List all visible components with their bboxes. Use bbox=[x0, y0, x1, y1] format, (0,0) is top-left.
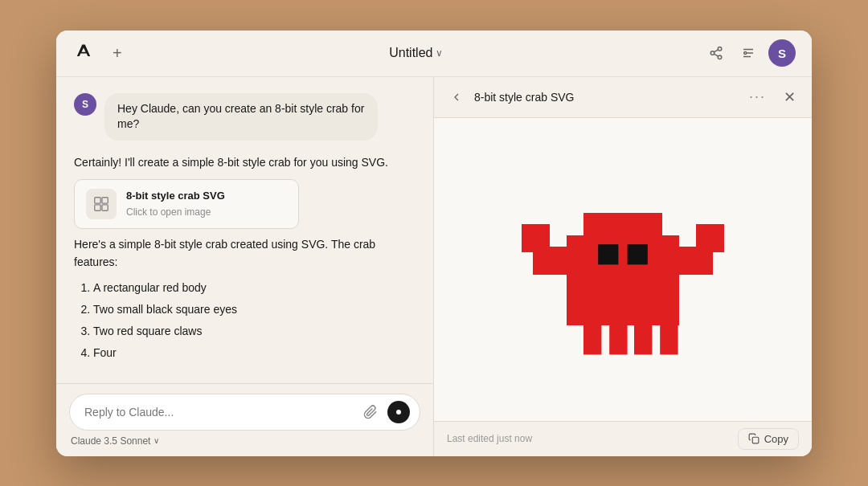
title-chevron-icon: ∨ bbox=[436, 47, 443, 59]
model-selector[interactable]: Claude 3.5 Sonnet ∨ bbox=[69, 431, 420, 447]
copy-label: Copy bbox=[764, 433, 788, 445]
svg-rect-17 bbox=[598, 244, 618, 264]
model-label: Claude 3.5 Sonnet bbox=[71, 435, 150, 447]
svg-rect-24 bbox=[609, 323, 627, 354]
svg-point-2 bbox=[718, 55, 722, 59]
chat-input[interactable] bbox=[84, 406, 354, 419]
svg-rect-10 bbox=[95, 198, 100, 203]
attach-button[interactable] bbox=[360, 402, 381, 423]
title-bar-right: S bbox=[704, 39, 796, 67]
svg-rect-26 bbox=[660, 323, 678, 354]
chat-input-area: Claude 3.5 Sonnet ∨ bbox=[56, 383, 433, 456]
user-bubble: Hey Claude, can you create an 8-bit styl… bbox=[104, 93, 378, 141]
svg-rect-25 bbox=[634, 323, 652, 354]
svg-rect-27 bbox=[752, 437, 759, 443]
settings-button[interactable] bbox=[736, 41, 760, 65]
preview-close-button[interactable]: ✕ bbox=[780, 85, 799, 109]
preview-more-button[interactable]: ··· bbox=[743, 85, 772, 108]
title-bar: + Untitled ∨ S bbox=[56, 31, 812, 77]
chat-panel: S Hey Claude, can you create an 8-bit st… bbox=[56, 77, 434, 456]
svg-point-9 bbox=[744, 52, 747, 55]
artifact-icon bbox=[86, 189, 117, 219]
app-window: + Untitled ∨ S bbox=[56, 31, 812, 456]
user-avatar-small: S bbox=[74, 93, 96, 116]
svg-line-4 bbox=[714, 50, 718, 52]
list-item: Two small black square eyes bbox=[93, 301, 416, 318]
chat-input-box bbox=[69, 394, 420, 431]
preview-title: 8-bit style crab SVG bbox=[474, 91, 735, 104]
features-list: A rectangular red body Two small black s… bbox=[74, 280, 416, 361]
svg-rect-13 bbox=[102, 205, 108, 210]
new-chat-button[interactable]: + bbox=[106, 42, 129, 64]
list-item: Two red square claws bbox=[93, 323, 416, 340]
svg-rect-12 bbox=[95, 205, 100, 210]
svg-rect-16 bbox=[583, 213, 662, 241]
preview-footer: Last edited just now Copy bbox=[434, 421, 812, 456]
svg-point-1 bbox=[710, 51, 714, 55]
svg-rect-15 bbox=[567, 235, 679, 325]
svg-rect-22 bbox=[696, 224, 724, 252]
svg-rect-23 bbox=[583, 323, 601, 354]
preview-content bbox=[434, 118, 812, 421]
artifact-subtitle: Click to open image bbox=[126, 205, 225, 220]
chat-messages: S Hey Claude, can you create an 8-bit st… bbox=[56, 77, 433, 383]
title-bar-left: + bbox=[72, 42, 129, 64]
record-button[interactable] bbox=[387, 401, 410, 423]
model-chevron-icon: ∨ bbox=[154, 436, 159, 445]
svg-point-0 bbox=[718, 47, 722, 51]
title-bar-center: Untitled ∨ bbox=[389, 46, 443, 60]
copy-button[interactable]: Copy bbox=[738, 428, 799, 450]
last-edited-label: Last edited just now bbox=[447, 433, 532, 444]
preview-header: 8-bit style crab SVG ··· ✕ bbox=[434, 77, 812, 118]
user-avatar[interactable]: S bbox=[768, 39, 796, 67]
assistant-intro: Certainly! I'll create a simple 8-bit st… bbox=[74, 153, 416, 171]
svg-rect-18 bbox=[628, 244, 648, 264]
crab-image bbox=[510, 157, 735, 382]
anthropic-logo bbox=[72, 42, 95, 64]
preview-panel: 8-bit style crab SVG ··· ✕ bbox=[434, 77, 812, 456]
features-description: Here's a simple 8-bit style crab created… bbox=[74, 235, 416, 272]
assistant-message: Certainly! I'll create a simple 8-bit st… bbox=[74, 153, 416, 383]
preview-back-button[interactable] bbox=[447, 88, 466, 107]
main-content: S Hey Claude, can you create an 8-bit st… bbox=[56, 77, 812, 456]
conversation-title: Untitled bbox=[389, 46, 432, 60]
list-item: Four bbox=[93, 345, 416, 361]
svg-rect-11 bbox=[102, 198, 108, 203]
artifact-card[interactable]: 8-bit style crab SVG Click to open image bbox=[74, 179, 299, 229]
artifact-title: 8-bit style crab SVG bbox=[126, 188, 225, 205]
svg-rect-20 bbox=[522, 224, 550, 252]
svg-line-3 bbox=[714, 54, 718, 56]
user-message: S Hey Claude, can you create an 8-bit st… bbox=[74, 93, 416, 141]
artifact-info: 8-bit style crab SVG Click to open image bbox=[126, 188, 225, 220]
list-item: A rectangular red body bbox=[93, 280, 416, 296]
svg-point-14 bbox=[396, 410, 401, 415]
share-button[interactable] bbox=[704, 41, 728, 65]
